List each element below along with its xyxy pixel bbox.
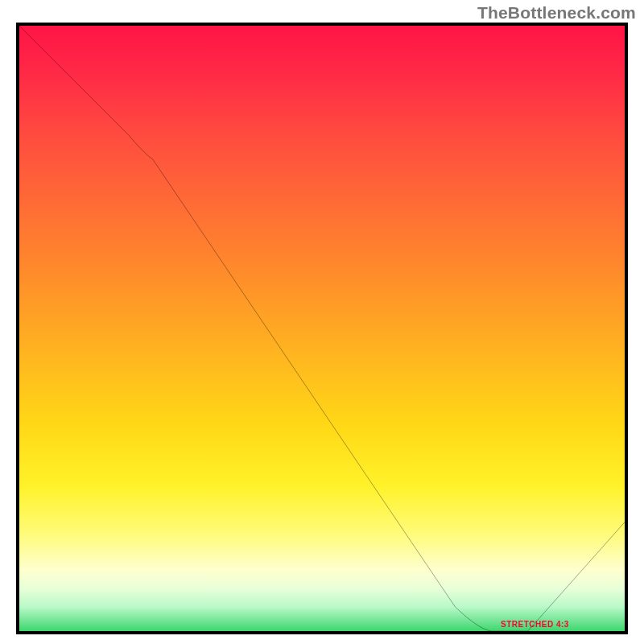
line-chart-svg xyxy=(19,26,625,631)
axis-tick-label: STRETCHED 4:3 xyxy=(501,620,569,629)
plot-area: STRETCHED 4:3 xyxy=(16,23,628,634)
data-line xyxy=(19,26,625,631)
chart-container: TheBottleneck.com STRETCHED 4:3 xyxy=(0,0,644,644)
watermark-text: TheBottleneck.com xyxy=(477,3,636,23)
